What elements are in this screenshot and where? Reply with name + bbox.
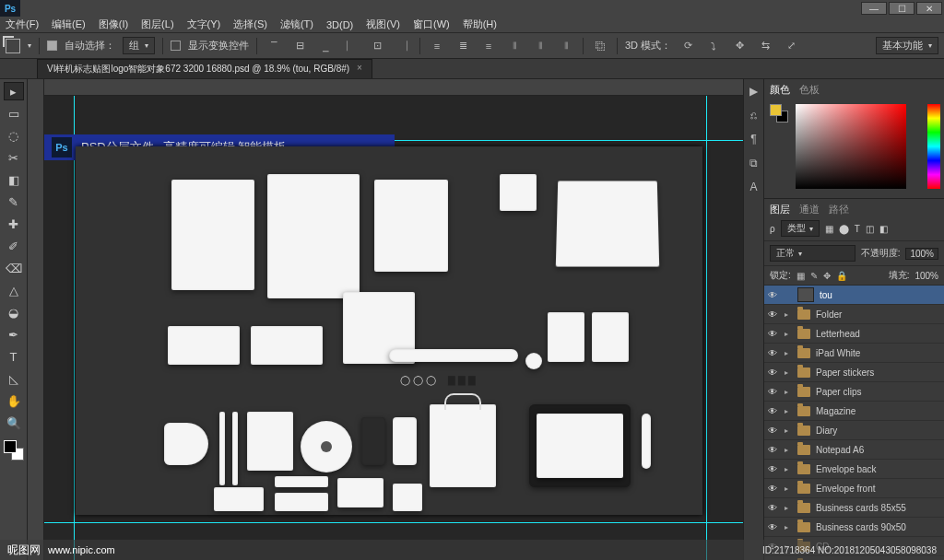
menu-filter[interactable]: 滤镜(T): [280, 18, 313, 31]
visibility-icon[interactable]: 👁: [768, 368, 779, 378]
dodge-tool[interactable]: ◒: [5, 304, 23, 321]
gradient-tool[interactable]: △: [5, 282, 23, 298]
visibility-icon[interactable]: 👁: [768, 445, 779, 455]
pen-tool[interactable]: ✒: [5, 326, 23, 343]
guide-vertical[interactable]: [74, 96, 75, 560]
fill-value[interactable]: 100%: [914, 271, 938, 281]
lasso-tool[interactable]: ◌: [5, 127, 23, 144]
workspace-dropdown[interactable]: 基本功能: [876, 37, 938, 54]
eyedropper-tool[interactable]: ◧: [5, 171, 23, 188]
visibility-icon[interactable]: 👁: [768, 329, 779, 339]
layer-row[interactable]: 👁▸Paper clips: [764, 382, 944, 402]
layer-row[interactable]: 👁▸Paper stickers: [764, 363, 944, 382]
heal-tool[interactable]: ✎: [5, 193, 23, 210]
visibility-icon[interactable]: 👁: [768, 406, 779, 416]
tab-channels[interactable]: 通道: [799, 203, 820, 216]
tab-color[interactable]: 颜色: [770, 83, 790, 97]
type-tool[interactable]: T: [5, 348, 23, 365]
visibility-icon[interactable]: 👁: [768, 503, 779, 513]
layer-row[interactable]: 👁▸Business cards 90x50: [764, 518, 944, 537]
close-button[interactable]: ✕: [916, 2, 942, 15]
align-vcenter-icon[interactable]: ⊟: [290, 37, 309, 55]
auto-align-icon[interactable]: ⿻: [591, 37, 609, 55]
lock-all-icon[interactable]: 🔒: [836, 271, 847, 281]
menu-select[interactable]: 选择(S): [233, 18, 267, 31]
menu-layer[interactable]: 图层(L): [141, 18, 173, 31]
layer-row[interactable]: 👁tou: [764, 286, 944, 305]
character-icon[interactable]: A: [749, 181, 757, 193]
visibility-icon[interactable]: 👁: [768, 387, 779, 397]
color-field[interactable]: [796, 104, 906, 189]
expand-icon[interactable]: ▸: [785, 388, 792, 396]
dist-left-icon[interactable]: ⦀: [505, 37, 524, 55]
paragraph-icon[interactable]: ¶: [750, 133, 756, 146]
canvas-area[interactable]: Ps PSD分层文件 高精度可编辑 智能模板 ◯ ◯ ◯: [28, 79, 743, 560]
expand-icon[interactable]: ▸: [785, 310, 792, 319]
menu-edit[interactable]: 编辑(E): [52, 18, 86, 31]
lock-position-icon[interactable]: ✎: [810, 271, 818, 281]
opacity-value[interactable]: 100%: [905, 248, 938, 260]
layer-row[interactable]: 👁▸Envelope front: [764, 479, 944, 498]
layer-row[interactable]: 👁▸Letterhead: [764, 324, 944, 344]
history-icon[interactable]: ⎌: [750, 109, 757, 122]
menu-image[interactable]: 图像(I): [99, 18, 128, 31]
horizontal-ruler[interactable]: [44, 79, 743, 96]
align-hcenter-icon[interactable]: ⊡: [368, 37, 386, 55]
menu-file[interactable]: 文件(F): [6, 18, 39, 31]
dist-top-icon[interactable]: ≡: [428, 37, 446, 55]
swatches-icon[interactable]: ⧉: [749, 157, 758, 169]
move-tool[interactable]: ▸: [5, 83, 23, 99]
expand-icon[interactable]: ▸: [785, 407, 792, 415]
blend-mode-dropdown[interactable]: 正常: [770, 245, 856, 262]
auto-select-checkbox[interactable]: [47, 41, 57, 51]
marquee-tool[interactable]: ▭: [5, 105, 23, 122]
menu-help[interactable]: 帮助(H): [463, 18, 497, 31]
3d-pan-icon[interactable]: ✥: [730, 37, 749, 55]
path-tool[interactable]: ◺: [5, 370, 23, 387]
expand-icon[interactable]: ▸: [785, 349, 792, 357]
expand-icon[interactable]: ▸: [785, 426, 792, 435]
play-icon[interactable]: ▶: [749, 85, 758, 98]
visibility-icon[interactable]: 👁: [768, 522, 779, 532]
align-bottom-icon[interactable]: ⎯: [316, 37, 335, 55]
3d-orbit-icon[interactable]: ⟳: [678, 37, 697, 55]
layers-list[interactable]: 👁tou👁▸Folder👁▸Letterhead👁▸iPad White👁▸Pa…: [764, 286, 944, 560]
expand-icon[interactable]: ▸: [785, 504, 792, 512]
eraser-tool[interactable]: ⌫: [5, 260, 23, 276]
close-tab-icon[interactable]: ×: [357, 63, 362, 76]
layer-row[interactable]: 👁▸Magazine: [764, 402, 944, 421]
expand-icon[interactable]: ▸: [785, 523, 792, 531]
picker-swatch[interactable]: [770, 104, 788, 122]
guide-vertical[interactable]: [706, 96, 707, 560]
visibility-icon[interactable]: 👁: [768, 426, 779, 436]
menu-window[interactable]: 窗口(W): [413, 18, 450, 31]
tab-swatches[interactable]: 色板: [799, 83, 820, 97]
visibility-icon[interactable]: 👁: [768, 348, 779, 358]
visibility-icon[interactable]: 👁: [768, 290, 779, 300]
dist-vcenter-icon[interactable]: ≣: [454, 37, 472, 55]
layer-row[interactable]: 👁▸Business cards 85x55: [764, 498, 944, 518]
layer-row[interactable]: 👁▸Envelope back: [764, 460, 944, 479]
align-right-icon[interactable]: ⎹: [394, 37, 412, 55]
dist-bottom-icon[interactable]: ≡: [479, 37, 498, 55]
menu-3d[interactable]: 3D(D): [326, 19, 353, 30]
document-tab[interactable]: VI样机标志贴图logo智能对象672 3200 16880.psd @ 18.…: [37, 59, 372, 78]
lock-move-icon[interactable]: ✥: [823, 271, 831, 281]
tab-layers[interactable]: 图层: [770, 203, 790, 216]
layer-kind-dropdown[interactable]: 类型: [781, 220, 820, 237]
guide-horizontal[interactable]: [44, 522, 743, 523]
align-top-icon[interactable]: ⎺: [265, 37, 283, 55]
auto-select-dropdown[interactable]: 组: [123, 37, 155, 54]
3d-slide-icon[interactable]: ⇆: [756, 37, 774, 55]
vertical-ruler[interactable]: [28, 79, 44, 560]
color-picker[interactable]: [764, 97, 944, 198]
stamp-tool[interactable]: ✐: [5, 238, 23, 254]
zoom-tool[interactable]: 🔍: [5, 414, 23, 431]
brush-tool[interactable]: ✚: [5, 216, 23, 232]
align-left-icon[interactable]: ⎸: [342, 37, 360, 55]
crop-tool[interactable]: ✂: [5, 149, 23, 166]
tab-paths[interactable]: 路径: [829, 203, 849, 216]
layer-row[interactable]: 👁▸Diary: [764, 421, 944, 440]
document-canvas[interactable]: ◯ ◯ ◯ ▇ ▇ ▇: [76, 146, 702, 515]
expand-icon[interactable]: ▸: [785, 446, 792, 454]
